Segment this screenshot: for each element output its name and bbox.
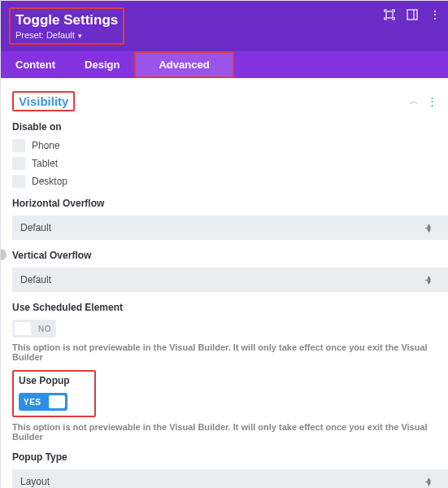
h-overflow-select[interactable]: Default [12, 216, 448, 240]
disable-phone-checkbox[interactable]: Phone [12, 139, 437, 152]
select-caret-icon: ▴▾ [427, 477, 431, 486]
checkbox-label: Desktop [32, 176, 67, 187]
toggle-knob [49, 395, 65, 408]
tab-advanced[interactable]: Advanced [134, 51, 233, 78]
tab-content[interactable]: Content [1, 51, 70, 78]
use-popup-note: This option is not previewable in the Vi… [12, 422, 437, 442]
more-icon[interactable]: ⋮ [429, 9, 441, 20]
v-overflow-label: Vertical Overflow [12, 250, 437, 261]
expand-icon[interactable] [384, 9, 395, 20]
select-caret-icon: ▴▾ [427, 223, 431, 233]
popup-type-label: Popup Type [12, 451, 437, 463]
svg-rect-1 [407, 10, 417, 20]
tab-design[interactable]: Design [70, 51, 134, 78]
scheduled-note: This option is not previewable in the Vi… [12, 342, 437, 362]
scheduled-label: Use Scheduled Element [12, 302, 437, 313]
disable-tablet-checkbox[interactable]: Tablet [12, 157, 437, 170]
panel-header: Toggle Settings Preset: Default ⋮ [1, 1, 448, 51]
toggle-text: YES [19, 398, 46, 407]
panel-title: Toggle Settings [15, 12, 118, 28]
checkbox-icon [12, 157, 25, 170]
toggle-knob [15, 322, 31, 335]
checkbox-label: Tablet [32, 158, 58, 169]
checkbox-icon [12, 139, 25, 152]
collapse-icon[interactable]: ︿ [410, 95, 419, 107]
section-title[interactable]: Visibility [19, 94, 68, 108]
v-overflow-select[interactable]: Default [12, 268, 448, 292]
checkbox-label: Phone [32, 140, 60, 151]
select-caret-icon: ▴▾ [427, 275, 431, 285]
disable-on-label: Disable on [12, 121, 437, 133]
h-overflow-label: Horizontal Overflow [12, 198, 437, 209]
use-popup-label: Use Popup [19, 375, 70, 386]
section-menu-icon[interactable]: ⋮ [427, 95, 437, 107]
toggle-text: NO [33, 325, 56, 333]
svg-rect-0 [386, 11, 393, 18]
preset-selector[interactable]: Preset: Default [15, 30, 118, 40]
use-popup-toggle[interactable]: YES [19, 393, 67, 411]
tabs: Content Design Advanced [1, 51, 448, 78]
popup-type-select[interactable]: Layout [12, 469, 448, 488]
disable-desktop-checkbox[interactable]: Desktop [12, 175, 437, 188]
checkbox-icon [12, 175, 25, 188]
dock-icon[interactable] [407, 9, 418, 20]
scheduled-toggle[interactable]: NO [12, 320, 56, 338]
